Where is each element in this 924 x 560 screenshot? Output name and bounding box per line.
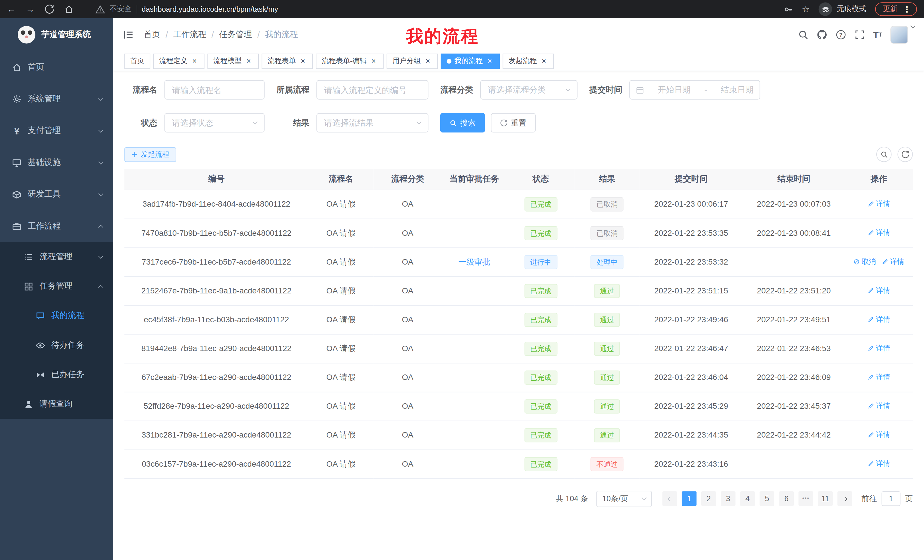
submit-time-range-picker[interactable]: 开始日期 - 结束日期 — [629, 80, 760, 100]
tab-流程表单-编辑[interactable]: 流程表单-编辑× — [316, 53, 384, 69]
sidebar-item-system[interactable]: 系统管理 — [0, 83, 113, 115]
detail-link[interactable]: 详情 — [868, 430, 890, 440]
sidebar-item-infra[interactable]: 基础设施 — [0, 147, 113, 178]
tab-close-icon[interactable]: × — [244, 57, 253, 65]
detail-link[interactable]: 详情 — [868, 401, 890, 411]
font-size-icon[interactable]: TT — [873, 30, 882, 39]
pager-page-5[interactable]: 5 — [759, 491, 774, 506]
sidebar-item-home[interactable]: 首页 — [0, 51, 113, 83]
breadcrumb-task-mgmt[interactable]: 任务管理 — [219, 29, 252, 40]
goto-page-input[interactable] — [882, 491, 900, 506]
search-icon[interactable] — [798, 29, 808, 40]
create-process-button[interactable]: 发起流程 — [124, 147, 176, 162]
tab-close-icon[interactable]: × — [540, 57, 548, 65]
cancel-link[interactable]: 取消 — [854, 257, 876, 267]
tab-close-icon[interactable]: × — [424, 57, 432, 65]
pager-page-2[interactable]: 2 — [701, 491, 716, 506]
cell-result: 处理中 — [574, 247, 639, 276]
forward-icon[interactable]: → — [26, 5, 35, 14]
tab-流程表单[interactable]: 流程表单× — [261, 53, 313, 69]
user-menu[interactable] — [890, 26, 915, 44]
tab-流程模型[interactable]: 流程模型× — [207, 53, 259, 69]
sidebar-item-process-mgmt[interactable]: 流程管理 — [0, 242, 113, 271]
parent-process-input[interactable] — [316, 80, 428, 100]
detail-link[interactable]: 详情 — [868, 199, 890, 209]
cell-task: 一级审批 — [442, 247, 507, 276]
tab-close-icon[interactable]: × — [486, 57, 494, 65]
search-button[interactable]: 搜索 — [440, 113, 485, 132]
fullscreen-icon[interactable] — [854, 29, 865, 40]
tab-label: 流程定义 — [159, 56, 188, 66]
chevron-down-icon — [98, 127, 104, 132]
refresh-table-button[interactable] — [897, 147, 913, 162]
table-row: 331bc281-7b9a-11ec-a290-acde48001122OA 请… — [124, 421, 913, 449]
detail-link[interactable]: 详情 — [868, 286, 890, 296]
sidebar-item-payment[interactable]: ¥ 支付管理 — [0, 115, 113, 147]
help-icon[interactable]: ? — [836, 29, 846, 40]
sidebar-item-todo-tasks[interactable]: 待办任务 — [0, 331, 113, 360]
gear-icon — [12, 94, 22, 104]
github-icon[interactable] — [817, 29, 827, 40]
sidebar-item-leave-query[interactable]: 请假查询 — [0, 389, 113, 419]
pager-page-11[interactable]: 11 — [818, 491, 833, 506]
detail-link[interactable]: 详情 — [882, 257, 904, 267]
reset-button[interactable]: 重置 — [491, 113, 536, 132]
cell-status: 已完成 — [507, 190, 575, 219]
bookmark-star-icon[interactable]: ☆ — [802, 5, 810, 14]
app-logo[interactable]: 芋道管理系统 — [0, 18, 113, 51]
tab-发起流程[interactable]: 发起流程× — [502, 53, 554, 69]
pager-page-4[interactable]: 4 — [740, 491, 755, 506]
address-bar[interactable]: 不安全 dashboard.yudao.iocoder.cn/bpm/task/… — [95, 4, 278, 14]
pager-page-3[interactable]: 3 — [721, 491, 735, 506]
category-select[interactable]: 请选择流程分类 — [480, 80, 578, 100]
detail-link[interactable]: 详情 — [868, 228, 890, 238]
url-text[interactable]: dashboard.yudao.iocoder.cn/bpm/task/my — [142, 5, 278, 13]
tab-用户分组[interactable]: 用户分组× — [387, 53, 438, 69]
sidebar-item-task-mgmt[interactable]: 任务管理 — [0, 271, 113, 301]
tab-我的流程[interactable]: 我的流程× — [441, 53, 500, 69]
home-icon[interactable] — [64, 4, 74, 14]
breadcrumb-workflow[interactable]: 工作流程 — [173, 29, 207, 40]
key-icon[interactable] — [783, 4, 793, 14]
result-select[interactable]: 请选择流结果 — [316, 113, 428, 132]
submit-time-label: 提交时间 — [590, 84, 622, 95]
pager-page-1[interactable]: 1 — [682, 491, 697, 506]
detail-link[interactable]: 详情 — [868, 343, 890, 353]
table-row: 67c2eaab-7b9a-11ec-a290-acde48001122OA 请… — [124, 363, 913, 392]
tab-close-icon[interactable]: × — [298, 57, 307, 65]
breadcrumb-home[interactable]: 首页 — [144, 29, 160, 40]
sidebar-item-devtools[interactable]: 研发工具 — [0, 178, 113, 210]
box-icon — [12, 190, 22, 199]
browser-menu-icon[interactable]: ⋮ — [903, 4, 911, 14]
avatar[interactable] — [890, 26, 908, 44]
tab-流程定义[interactable]: 流程定义× — [153, 53, 205, 69]
status-select[interactable]: 请选择状态 — [165, 113, 265, 132]
tab-首页[interactable]: 首页 — [124, 53, 150, 69]
detail-link[interactable]: 详情 — [868, 372, 890, 382]
detail-link[interactable]: 详情 — [868, 459, 890, 469]
page-size-select[interactable]: 10条/页 — [597, 490, 652, 507]
tab-close-icon[interactable]: × — [369, 57, 378, 65]
result-badge: 通过 — [594, 370, 620, 385]
cell-category: OA — [374, 219, 442, 247]
pager-more[interactable]: ••• — [798, 491, 813, 506]
sidebar-item-my-process[interactable]: 我的流程 — [0, 301, 113, 331]
toggle-search-button[interactable] — [876, 147, 892, 162]
svg-text:?: ? — [839, 32, 842, 38]
back-icon[interactable]: ← — [7, 5, 16, 14]
pager-page-6[interactable]: 6 — [779, 491, 794, 506]
process-name-input[interactable] — [165, 80, 265, 100]
sidebar-item-workflow[interactable]: 工作流程 — [0, 210, 113, 242]
sidebar-item-done-tasks[interactable]: 已办任务 — [0, 360, 113, 389]
pager-next[interactable] — [837, 491, 852, 506]
detail-link[interactable]: 详情 — [868, 314, 890, 325]
sidebar-item-label: 系统管理 — [28, 94, 95, 104]
sidebar-collapse-icon[interactable] — [123, 29, 134, 40]
cell-end-time — [742, 247, 845, 276]
reload-icon[interactable] — [45, 4, 54, 14]
browser-update-button[interactable]: 更新 ⋮ — [875, 2, 917, 16]
pager-prev[interactable] — [663, 491, 677, 506]
task-link[interactable]: 一级审批 — [458, 257, 490, 266]
tab-close-icon[interactable]: × — [190, 57, 199, 65]
cell-result: 不通过 — [574, 449, 639, 478]
